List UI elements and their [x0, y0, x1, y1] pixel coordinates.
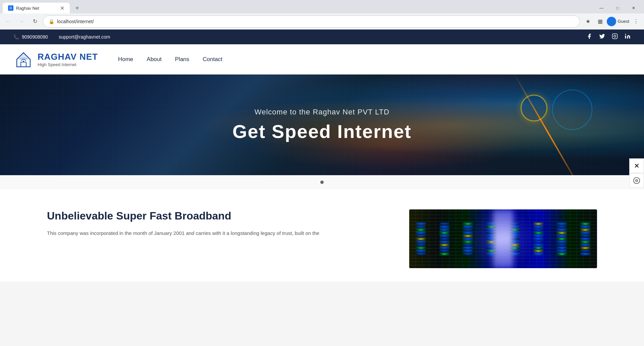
nav-contact[interactable]: Contact — [203, 56, 222, 63]
minimize-button[interactable]: — — [594, 3, 609, 13]
phone-contact: 📞 9090908090 — [13, 34, 48, 40]
server-room-bg — [409, 209, 597, 268]
logo-text-area: RAGHAV NET High Speed Internet — [38, 52, 98, 67]
svg-point-8 — [634, 177, 640, 183]
hero-circle-decor-1 — [521, 95, 547, 121]
corridor-light — [493, 209, 513, 268]
browser-chrome: R Raghav Net ✕ + — □ ✕ ← → ↻ 🔒 localhost… — [0, 0, 644, 30]
nav-plans[interactable]: Plans — [175, 56, 190, 63]
social-links — [586, 33, 631, 41]
facebook-icon[interactable] — [586, 33, 592, 41]
toolbar-right: ★ ▦ 👤 Guest ⋮ — [583, 16, 641, 27]
refresh-button[interactable]: ↻ — [30, 16, 40, 27]
twitter-icon[interactable] — [599, 33, 605, 41]
slider-dots — [0, 175, 644, 189]
nav-about[interactable]: About — [147, 56, 161, 63]
split-view-button[interactable]: ▦ — [595, 16, 605, 27]
content-left: Unbelievable Super Fast Broadband This c… — [47, 209, 382, 238]
tab-favicon: R — [8, 5, 13, 11]
phone-number: 9090908090 — [22, 34, 48, 40]
tab-title: Raghav Net — [16, 6, 39, 11]
nav-home[interactable]: Home — [118, 56, 133, 63]
address-bar[interactable]: 🔒 localhost/internet/ — [43, 15, 580, 28]
slider-dot-1[interactable] — [320, 181, 324, 184]
svg-marker-5 — [17, 53, 30, 59]
rack-col-2 — [440, 212, 449, 265]
svg-point-2 — [625, 34, 626, 35]
top-bar-left: 📞 9090908090 support@raghavnet.com — [13, 34, 110, 40]
hero-content: Welcome to the Raghav Net PVT LTD Get Sp… — [232, 108, 412, 142]
side-badge-top[interactable]: ✕ — [629, 158, 644, 173]
new-tab-button[interactable]: + — [72, 3, 82, 13]
tab-close-button[interactable]: ✕ — [60, 5, 64, 11]
profile-label: Guest — [618, 19, 629, 24]
logo-icon — [13, 49, 34, 69]
svg-point-9 — [636, 180, 638, 182]
email-contact: support@raghavnet.com — [59, 34, 110, 40]
hero-subtitle: Welcome to the Raghav Net PVT LTD — [232, 108, 412, 116]
phone-icon: 📞 — [13, 34, 19, 40]
content-heading: Unbelievable Super Fast Broadband — [47, 209, 382, 222]
logo-area: RAGHAV NET High Speed Internet — [13, 49, 98, 69]
site-header: RAGHAV NET High Speed Internet Home Abou… — [0, 44, 644, 75]
brand-name: RAGHAV NET — [38, 52, 98, 62]
svg-rect-6 — [21, 62, 26, 67]
hero-circle-decor-2 — [552, 90, 592, 130]
back-button[interactable]: ← — [3, 16, 13, 27]
bookmark-button[interactable]: ★ — [583, 16, 593, 27]
hero-banner: Welcome to the Raghav Net PVT LTD Get Sp… — [0, 75, 644, 175]
avatar: 👤 — [607, 17, 616, 26]
window-controls: — □ ✕ — [594, 3, 644, 13]
linkedin-icon[interactable] — [625, 33, 631, 41]
content-body: This company was incorporated in the mon… — [47, 229, 382, 238]
rack-col-7 — [557, 212, 567, 265]
top-bar: 📞 9090908090 support@raghavnet.com — [0, 30, 644, 44]
brand-tagline: High Speed Internet — [38, 62, 98, 67]
lock-icon: 🔒 — [49, 19, 54, 24]
tab-bar: R Raghav Net ✕ + — □ ✕ — [0, 0, 644, 13]
email-address: support@raghavnet.com — [59, 34, 110, 40]
active-tab[interactable]: R Raghav Net ✕ — [3, 3, 70, 13]
close-button[interactable]: ✕ — [626, 3, 641, 13]
website-content: 📞 9090908090 support@raghavnet.com — [0, 30, 644, 282]
side-badge: ✕ — [629, 158, 644, 188]
hero-title: Get Speed Internet — [232, 120, 412, 142]
forward-button[interactable]: → — [16, 16, 27, 27]
rack-col-1 — [416, 212, 426, 265]
instagram-icon[interactable] — [612, 33, 618, 41]
main-nav: Home About Plans Contact — [118, 56, 222, 63]
side-badge-bottom[interactable] — [629, 173, 644, 188]
profile-button[interactable]: 👤 Guest — [607, 17, 629, 26]
rack-col-6 — [534, 212, 543, 265]
svg-point-7 — [23, 61, 24, 62]
server-room-image — [409, 209, 597, 268]
url-text: localhost/internet/ — [57, 19, 94, 24]
rack-col-8 — [581, 212, 590, 265]
browser-toolbar: ← → ↻ 🔒 localhost/internet/ ★ ▦ 👤 Guest … — [0, 13, 644, 30]
rack-col-3 — [463, 212, 473, 265]
svg-rect-0 — [612, 34, 618, 39]
content-section: Unbelievable Super Fast Broadband This c… — [0, 189, 644, 282]
menu-button[interactable]: ⋮ — [631, 16, 641, 27]
maximize-button[interactable]: □ — [610, 3, 625, 13]
